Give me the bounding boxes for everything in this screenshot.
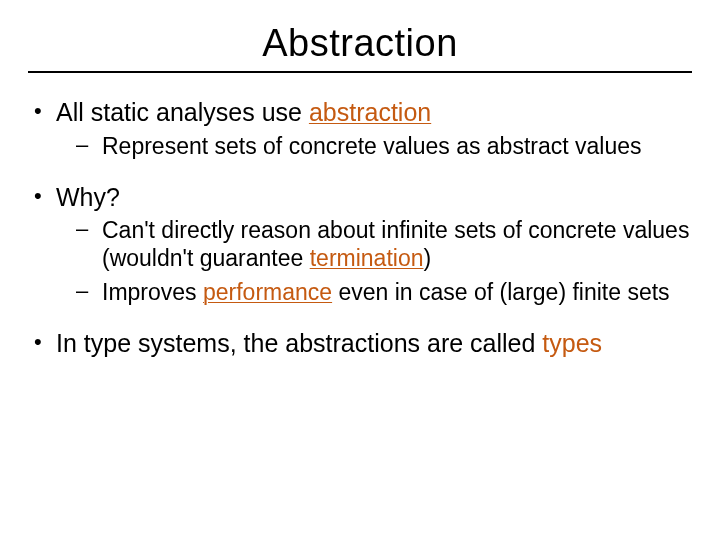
sub-bullet-termination: Can't directly reason about infinite set… xyxy=(68,216,692,272)
slide: Abstraction All static analyses use abst… xyxy=(0,0,720,540)
text: All static analyses use xyxy=(56,98,309,126)
text: ) xyxy=(423,245,431,271)
bullet-types: In type systems, the abstractions are ca… xyxy=(28,328,692,359)
text: Why? xyxy=(56,183,120,211)
text: even in case of (large) finite sets xyxy=(332,279,670,305)
keyword-types: types xyxy=(542,329,602,357)
title-rule xyxy=(28,71,692,73)
keyword-termination: termination xyxy=(310,245,424,271)
text: Improves xyxy=(102,279,203,305)
keyword-performance: performance xyxy=(203,279,332,305)
slide-title: Abstraction xyxy=(28,22,692,65)
text: In type systems, the abstractions are ca… xyxy=(56,329,542,357)
bullet-list: All static analyses use abstraction Repr… xyxy=(28,97,692,359)
bullet-abstraction: All static analyses use abstraction Repr… xyxy=(28,97,692,160)
sub-bullet-performance: Improves performance even in case of (la… xyxy=(68,278,692,306)
bullet-why: Why? Can't directly reason about infinit… xyxy=(28,182,692,307)
sub-list: Can't directly reason about infinite set… xyxy=(56,216,692,306)
sub-bullet: Represent sets of concrete values as abs… xyxy=(68,132,692,160)
slide-body: All static analyses use abstraction Repr… xyxy=(28,97,692,359)
sub-list: Represent sets of concrete values as abs… xyxy=(56,132,692,160)
keyword-abstraction: abstraction xyxy=(309,98,431,126)
